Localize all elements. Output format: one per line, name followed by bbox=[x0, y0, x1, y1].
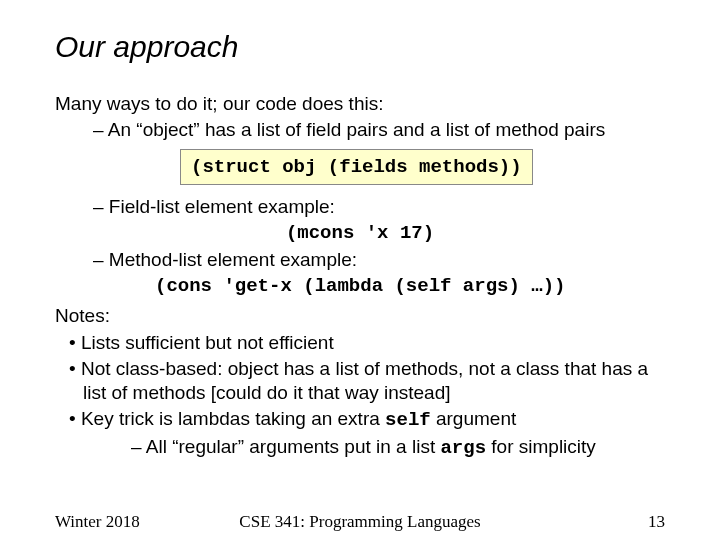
note-3-text-a: Key trick is lambdas taking an extra bbox=[81, 408, 385, 429]
footer-page-number: 13 bbox=[648, 512, 665, 532]
args-keyword: args bbox=[440, 437, 486, 459]
intro-line: Many ways to do it; our code does this: bbox=[55, 92, 665, 116]
method-list-label: Method-list element example: bbox=[93, 248, 665, 272]
self-keyword: self bbox=[385, 409, 431, 431]
note-3: Key trick is lambdas taking an extra sel… bbox=[69, 407, 665, 432]
slide: Our approach Many ways to do it; our cod… bbox=[0, 0, 720, 540]
note-3-text-b: argument bbox=[431, 408, 517, 429]
struct-code: (struct obj (fields methods)) bbox=[180, 149, 533, 185]
method-example-code: (cons 'get-x (lambda (self args) …)) bbox=[155, 274, 665, 298]
slide-body: Many ways to do it; our code does this: … bbox=[55, 92, 665, 460]
note-3-sub: All “regular” arguments put in a list ar… bbox=[131, 435, 665, 460]
notes-heading: Notes: bbox=[55, 304, 665, 328]
note-2: Not class-based: object has a list of me… bbox=[69, 357, 665, 406]
field-example-code: (mcons 'x 17) bbox=[55, 221, 665, 245]
field-list-label: Field-list element example: bbox=[93, 195, 665, 219]
note-1: Lists sufficient but not efficient bbox=[69, 331, 665, 355]
note-3-sub-b: for simplicity bbox=[486, 436, 596, 457]
note-3-sub-a: All “regular” arguments put in a list bbox=[146, 436, 441, 457]
object-def-line: An “object” has a list of field pairs an… bbox=[93, 118, 665, 142]
footer-course: CSE 341: Programming Languages bbox=[55, 512, 665, 532]
slide-title: Our approach bbox=[55, 30, 665, 64]
